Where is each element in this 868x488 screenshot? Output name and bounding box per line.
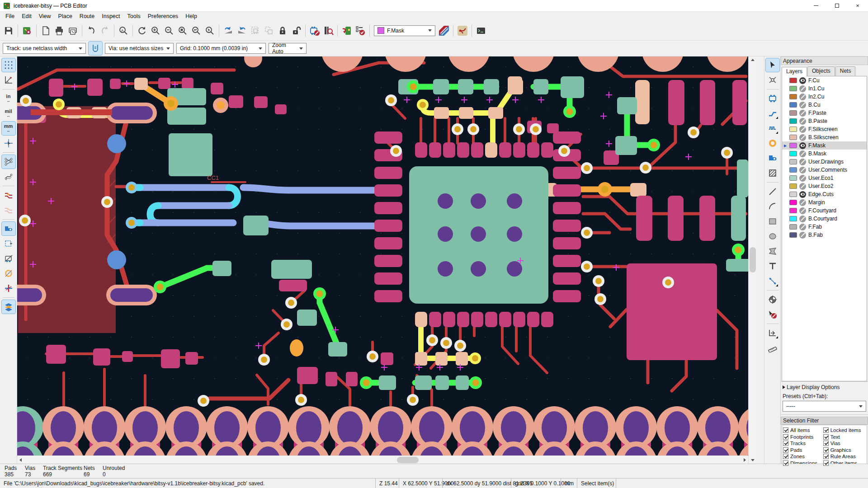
- layer-row-bmask[interactable]: ▶B.Mask: [782, 150, 867, 158]
- maximize-button[interactable]: [826, 0, 847, 11]
- layer-color-swatch[interactable]: [789, 208, 797, 213]
- ungroup-button[interactable]: [262, 24, 276, 38]
- via-display-mode[interactable]: [2, 237, 15, 250]
- checkbox-icon[interactable]: [823, 441, 829, 446]
- view-flip-button[interactable]: [235, 24, 249, 38]
- filter-locked-items[interactable]: Locked items: [823, 427, 866, 434]
- visibility-eye-icon[interactable]: [799, 118, 806, 125]
- filter-zones[interactable]: Zones: [783, 453, 822, 460]
- layer-row-bcu[interactable]: ▶B.Cu: [782, 101, 867, 109]
- vertical-scroll-thumb[interactable]: [750, 247, 756, 272]
- plot-button[interactable]: [66, 24, 80, 38]
- zone-display-mode[interactable]: [2, 267, 15, 280]
- filter-text[interactable]: Text: [823, 434, 866, 441]
- scripting-console-button[interactable]: [474, 24, 488, 38]
- highlight-net-tool[interactable]: [766, 73, 779, 87]
- layer-color-swatch[interactable]: [789, 78, 797, 83]
- checkbox-icon[interactable]: [783, 441, 788, 446]
- draw-polygon-tool[interactable]: [766, 244, 779, 258]
- board-setup-button[interactable]: [20, 24, 34, 38]
- filter-vias[interactable]: Vias: [823, 440, 866, 447]
- visibility-eye-icon[interactable]: [799, 224, 806, 230]
- via-size-selector[interactable]: Via: use netclass sizes: [105, 43, 174, 54]
- lock-button[interactable]: [276, 24, 289, 38]
- filter-pads[interactable]: Pads: [783, 447, 822, 454]
- inactive-layer-display-mode[interactable]: [2, 282, 15, 295]
- menu-file[interactable]: File: [2, 12, 18, 20]
- route-tracks-tool[interactable]: [766, 107, 779, 120]
- grid-toggle[interactable]: [2, 58, 15, 72]
- add-text-tool[interactable]: [766, 259, 779, 273]
- layer-color-swatch[interactable]: [789, 86, 797, 91]
- polar-coordinates-toggle[interactable]: [2, 73, 15, 87]
- ratsnest-toggle[interactable]: [2, 155, 15, 169]
- draw-zone-tool[interactable]: [766, 151, 779, 165]
- footprint-editor-button[interactable]: [308, 24, 321, 38]
- layer-row-in1cu[interactable]: ▶In1.Cu: [782, 84, 867, 93]
- layer-row-usercomments[interactable]: ▶User.Comments: [782, 166, 867, 174]
- draw-line-tool[interactable]: [766, 185, 779, 198]
- print-button[interactable]: [52, 24, 66, 38]
- footprint-browser-button[interactable]: [321, 24, 335, 38]
- layer-row-bfab[interactable]: ▶B.Fab: [782, 231, 867, 239]
- visibility-eye-icon[interactable]: [799, 126, 806, 133]
- checkbox-icon[interactable]: [783, 434, 788, 440]
- visibility-eye-icon[interactable]: [799, 150, 806, 157]
- layer-row-bcourtyard[interactable]: ▶B.Courtyard: [782, 215, 867, 223]
- menu-route[interactable]: Route: [76, 12, 98, 20]
- zoom-out-button[interactable]: [162, 24, 176, 38]
- layer-color-swatch[interactable]: [789, 224, 797, 230]
- zoom-selection-button[interactable]: [203, 24, 217, 38]
- filter-all-items[interactable]: All items: [783, 427, 822, 434]
- horizontal-scrollbar[interactable]: [17, 455, 748, 464]
- filter-rule-areas[interactable]: Rule Areas: [823, 453, 866, 460]
- target-marker-tool[interactable]: [766, 293, 779, 306]
- track-inspector-button[interactable]: [456, 24, 469, 38]
- active-layer-selector[interactable]: F.Mask: [374, 25, 435, 36]
- menu-help[interactable]: Help: [182, 12, 201, 20]
- net-dim-mode[interactable]: [2, 203, 15, 217]
- layer-row-bsilkscreen[interactable]: ▶B.Silkscreen: [782, 133, 867, 141]
- tab-objects[interactable]: Objects: [807, 66, 835, 76]
- tab-nets[interactable]: Nets: [835, 66, 856, 76]
- checkbox-icon[interactable]: [823, 460, 829, 466]
- units-mm-button[interactable]: mm↔: [2, 122, 15, 135]
- units-inches-button[interactable]: in↔: [2, 92, 15, 105]
- layer-color-swatch[interactable]: [789, 94, 797, 99]
- layer-color-swatch[interactable]: [789, 127, 797, 132]
- delete-tool[interactable]: [766, 308, 779, 321]
- track-posture-toggle[interactable]: [89, 42, 102, 55]
- refresh-view-button[interactable]: [135, 24, 149, 38]
- find-button[interactable]: A: [117, 24, 130, 38]
- view-normal-button[interactable]: [222, 24, 235, 38]
- dimension-tool[interactable]: [766, 274, 779, 288]
- zoom-fit-page-button[interactable]: [176, 24, 189, 38]
- visibility-eye-icon[interactable]: [799, 159, 806, 165]
- visibility-eye-icon[interactable]: [799, 142, 806, 149]
- tab-layers[interactable]: Layers: [782, 67, 807, 76]
- visibility-eye-icon[interactable]: [799, 85, 806, 92]
- layer-color-swatch[interactable]: [789, 110, 797, 116]
- place-via-tool[interactable]: [766, 136, 779, 150]
- save-button[interactable]: [2, 24, 15, 38]
- scroll-left-arrow[interactable]: [19, 458, 22, 462]
- layer-pair-indicator[interactable]: [437, 24, 451, 38]
- close-button[interactable]: ×: [847, 0, 868, 11]
- layer-row-usereco1[interactable]: ▶User.Eco1: [782, 174, 867, 182]
- filter-footprints[interactable]: Footprints: [783, 434, 822, 441]
- layer-row-fcu[interactable]: ▶F.Cu: [782, 76, 867, 84]
- vertical-scrollbar[interactable]: [748, 56, 756, 464]
- menu-edit[interactable]: Edit: [18, 12, 35, 20]
- track-width-selector[interactable]: Track: use netclass width: [3, 43, 86, 54]
- menu-tools[interactable]: Tools: [124, 12, 144, 20]
- visibility-eye-icon[interactable]: [799, 175, 806, 182]
- menu-preferences[interactable]: Preferences: [144, 12, 182, 20]
- visibility-eye-icon[interactable]: [799, 102, 806, 108]
- menu-view[interactable]: View: [35, 12, 55, 20]
- tune-track-tool[interactable]: [766, 122, 779, 135]
- visibility-eye-icon[interactable]: [799, 199, 806, 206]
- draw-circle-tool[interactable]: [766, 230, 779, 243]
- layer-color-swatch[interactable]: [789, 118, 797, 124]
- layer-color-swatch[interactable]: [789, 143, 797, 148]
- zoom-in-button[interactable]: [149, 24, 162, 38]
